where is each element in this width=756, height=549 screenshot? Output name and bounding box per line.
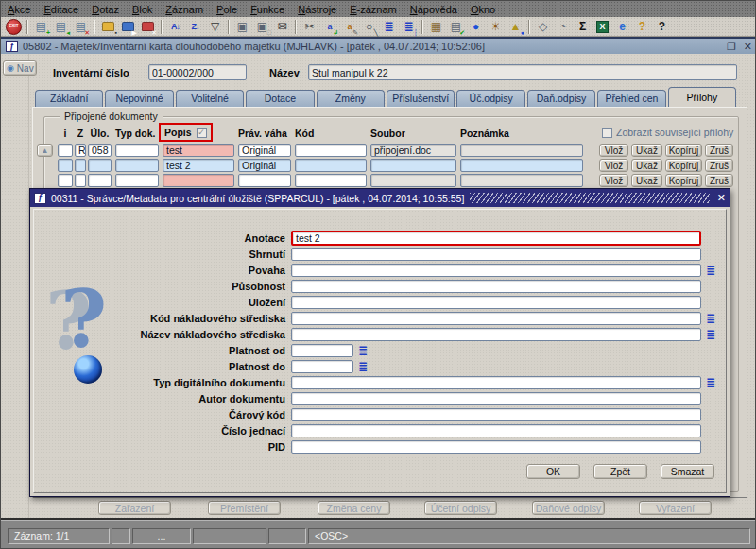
zpet-button[interactable]: Zpět — [593, 464, 647, 479]
zrus-button-row2[interactable]: Zruš — [705, 159, 733, 172]
sort-desc-icon[interactable]: Z↓ — [185, 18, 205, 35]
menu-item-dotaz[interactable]: Dotaz — [85, 3, 126, 16]
zrus-button-row1[interactable]: Zruš — [705, 144, 733, 157]
restore-icon[interactable]: ❐ — [727, 41, 736, 53]
chart-icon[interactable]: ◇ — [533, 18, 553, 35]
record-insert-icon[interactable]: ▤+ — [31, 18, 51, 35]
pusobnost-input[interactable] — [291, 280, 701, 293]
cell-typ-row2[interactable] — [115, 159, 159, 172]
tab-prehled-cen[interactable]: Přehled cen — [597, 90, 665, 107]
kopiruj-button-row2[interactable]: Kopíruj — [665, 159, 702, 172]
cell-popis-row3[interactable] — [163, 174, 234, 187]
kod-nakladoveho-strediska-input[interactable] — [291, 312, 701, 325]
copy-text-icon[interactable]: a↲ — [319, 18, 339, 35]
vloz-button-row2[interactable]: Vlož — [599, 159, 628, 172]
cell-pozn-row2[interactable] — [460, 159, 583, 172]
dialog-close-icon[interactable]: ✕ — [717, 192, 726, 204]
execute-query-icon[interactable]: ▶ — [118, 18, 138, 35]
vloz-button-row3[interactable]: Vlož — [599, 174, 628, 187]
cell-soubor-row2[interactable] — [370, 159, 456, 172]
pid-input[interactable] — [291, 440, 701, 454]
tab-zakladni[interactable]: Základní — [35, 90, 103, 107]
globe-icon[interactable]: ● — [466, 18, 486, 35]
cell-vaha-row3[interactable] — [238, 174, 291, 187]
typ-digitalniho-dokumentu-lov-icon[interactable]: ≣ — [706, 377, 715, 388]
edit-text-icon[interactable]: a✎ — [339, 18, 359, 35]
cell-kod-row3[interactable] — [295, 174, 367, 187]
excel-icon[interactable]: X — [593, 18, 612, 35]
menu-item-zaznam[interactable]: Záznam — [159, 3, 210, 16]
row-nav-up-button[interactable]: ▲ — [37, 144, 53, 157]
vloz-button-row1[interactable]: Vlož — [599, 144, 628, 157]
ok-button[interactable]: OK — [526, 464, 580, 479]
cell-typ-row1[interactable] — [115, 144, 159, 157]
platnost-do-lov-icon[interactable]: ≣ — [358, 361, 368, 372]
vyrazeni-button[interactable]: Vyřazení — [639, 501, 712, 515]
name-input[interactable] — [308, 64, 737, 80]
cell-z-row3[interactable] — [75, 174, 86, 187]
cell-vaha-row1[interactable]: Originál — [238, 144, 291, 157]
cell-soubor-row3[interactable] — [370, 174, 456, 187]
filter-icon[interactable]: ▽ — [205, 18, 225, 35]
zarazeni-button[interactable]: Zařazení — [98, 501, 171, 515]
help-person-icon[interactable]: ? — [632, 18, 652, 35]
paste-icon[interactable]: ▦ — [426, 18, 446, 35]
premisteni-button[interactable]: Přemístění — [208, 501, 281, 515]
show-related-checkbox[interactable] — [602, 128, 612, 138]
cell-popis-row2[interactable]: test 2 — [163, 159, 234, 172]
cell-z-row1[interactable]: R — [75, 144, 86, 157]
cell-pozn-row3[interactable] — [460, 174, 583, 187]
kod-nakladoveho-strediska-lov-icon[interactable]: ≣ — [706, 313, 715, 324]
cell-i-row3[interactable] — [58, 174, 73, 187]
typ-digitalniho-dokumentu-input[interactable] — [291, 376, 701, 389]
menu-item-akce[interactable]: Akce — [1, 3, 37, 16]
tab-dotace[interactable]: Dotace — [246, 90, 314, 107]
exit-button[interactable]: EXIT — [4, 18, 24, 35]
browser-icon[interactable]: e — [612, 18, 632, 35]
povaha-input[interactable] — [291, 264, 701, 277]
tab-dan-odpisy[interactable]: Daň.odpisy — [527, 90, 595, 107]
tab-nepovinne[interactable]: Nepovinné — [105, 90, 173, 107]
tab-prilohy[interactable]: Přílohy — [668, 87, 736, 107]
cell-typ-row3[interactable] — [115, 174, 159, 187]
anotace-input[interactable]: test 2 — [291, 231, 701, 246]
kopiruj-button-row1[interactable]: Kopíruj — [665, 144, 702, 157]
tab-uc-odpisy[interactable]: Úč.odpisy — [456, 90, 524, 107]
cell-z-row2[interactable] — [75, 159, 86, 172]
print-form-icon[interactable]: ▣□ — [252, 18, 272, 35]
cut-icon[interactable]: ✂ — [300, 18, 319, 35]
menu-item-nastroje[interactable]: Nástroje — [291, 3, 343, 16]
autor-dokumentu-input[interactable] — [291, 392, 701, 405]
menu-item-e-zaznam[interactable]: E-záznam — [343, 3, 404, 16]
sort-asc-icon[interactable]: A↓ — [165, 18, 185, 35]
cell-vaha-row2[interactable]: Originál — [238, 159, 291, 172]
cislo-jednaci-input[interactable] — [291, 424, 701, 437]
carovy-kod-input[interactable] — [291, 408, 701, 421]
zmena-ceny-button[interactable]: Změna ceny — [318, 501, 390, 515]
nazev-nakladoveho-strediska-lov-icon[interactable]: ≣ — [706, 329, 715, 340]
inventory-number-input[interactable] — [148, 64, 247, 80]
danove-odpisy-button[interactable]: Daňové odpisy — [532, 501, 605, 515]
cell-ulo-row3[interactable] — [88, 174, 112, 187]
cell-ulo-row2[interactable] — [88, 159, 112, 172]
menu-item-okno[interactable]: Okno — [464, 3, 502, 16]
context-help-icon[interactable]: ? — [652, 18, 672, 35]
sum-icon[interactable]: Σ — [573, 18, 593, 35]
ulozeni-input[interactable] — [291, 296, 701, 309]
menu-item-pole[interactable]: Pole — [210, 3, 244, 16]
platnost-od-lov-icon[interactable]: ≣ — [358, 345, 368, 356]
cell-pozn-row1[interactable] — [460, 144, 583, 157]
clock-icon[interactable]: ◔ — [553, 18, 573, 35]
kopiruj-button-row3[interactable]: Kopíruj — [665, 174, 702, 187]
menu-item-blok[interactable]: Blok — [126, 3, 159, 16]
close-icon[interactable]: ✕ — [744, 41, 752, 53]
tab-zmeny[interactable]: Změny — [317, 90, 385, 107]
pyramid-icon[interactable]: ▲● — [506, 18, 525, 35]
platnost-od-input[interactable] — [291, 344, 353, 357]
nazev-nakladoveho-strediska-input[interactable] — [291, 328, 701, 341]
zrus-button-row3[interactable]: Zruš — [705, 174, 733, 187]
save-icon[interactable]: ▪ — [98, 18, 118, 35]
ukaz-button-row1[interactable]: Ukaž — [631, 144, 662, 157]
ukaz-button-row2[interactable]: Ukaž — [631, 159, 662, 172]
cell-soubor-row1[interactable]: připojení.doc — [370, 144, 456, 157]
